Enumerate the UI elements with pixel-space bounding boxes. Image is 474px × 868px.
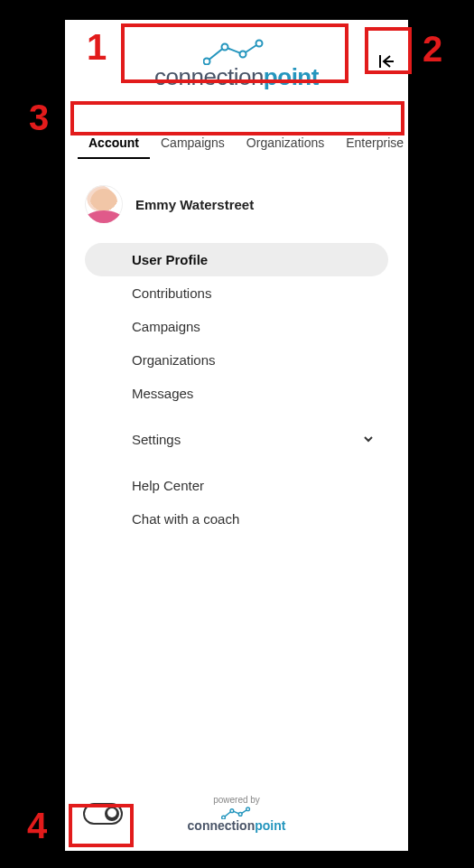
- logo-graph-icon: [203, 38, 266, 65]
- tab-account[interactable]: Account: [78, 128, 150, 159]
- nav-label: Messages: [132, 386, 193, 401]
- svg-point-9: [246, 807, 250, 810]
- chevron-down-icon: [363, 432, 374, 447]
- svg-point-8: [238, 812, 242, 816]
- user-row[interactable]: Emmy Waterstreet: [85, 185, 388, 223]
- avatar: [85, 185, 123, 223]
- tab-enterprise[interactable]: Enterprise: [335, 128, 414, 159]
- annotation-number-4: 4: [27, 806, 47, 846]
- annotation-number-3: 3: [29, 98, 49, 138]
- collapse-left-icon: [377, 52, 395, 70]
- svg-point-1: [222, 44, 228, 51]
- nav-settings[interactable]: Settings: [85, 423, 388, 456]
- content-area: Emmy Waterstreet User Profile Contributi…: [65, 160, 408, 782]
- top-tabs: Account Campaigns Organizations Enterpri…: [65, 128, 408, 160]
- nav-messages[interactable]: Messages: [85, 377, 388, 410]
- sidebar-panel: connectionpoint Account Campaigns Organi…: [65, 20, 408, 851]
- nav-contributions[interactable]: Contributions: [85, 276, 388, 310]
- header: connectionpoint: [65, 20, 408, 94]
- brand-part1: connection: [154, 63, 264, 90]
- footer-brand-part2: point: [255, 818, 285, 833]
- nav-label: Contributions: [132, 285, 211, 301]
- svg-point-2: [240, 51, 246, 58]
- nav-chat-coach[interactable]: Chat with a coach: [85, 502, 388, 536]
- brand-part2: point: [264, 63, 319, 90]
- nav-label: Settings: [132, 432, 181, 447]
- footer: powered by connectionpoint: [65, 782, 408, 851]
- footer-brand-part1: connection: [188, 818, 256, 833]
- footer-brand[interactable]: connectionpoint: [188, 805, 286, 833]
- svg-point-7: [230, 808, 234, 812]
- nav-spacer: [85, 456, 388, 469]
- account-nav: User Profile Contributions Campaigns Org…: [85, 243, 388, 536]
- nav-campaigns[interactable]: Campaigns: [85, 310, 388, 343]
- brand-wordmark[interactable]: connectionpoint: [154, 63, 319, 91]
- nav-label: Chat with a coach: [132, 511, 239, 527]
- logo-graph-icon: [221, 807, 252, 819]
- annotation-number-2: 2: [423, 29, 442, 70]
- powered-by-label: powered by: [188, 795, 286, 805]
- nav-organizations[interactable]: Organizations: [85, 343, 388, 377]
- nav-label: User Profile: [132, 252, 208, 267]
- nav-help-center[interactable]: Help Center: [85, 469, 388, 502]
- collapse-sidebar-button[interactable]: [376, 51, 397, 72]
- theme-toggle[interactable]: [83, 803, 123, 825]
- user-name: Emmy Waterstreet: [135, 197, 254, 212]
- nav-label: Organizations: [132, 352, 216, 368]
- nav-user-profile[interactable]: User Profile: [85, 243, 388, 276]
- tab-organizations[interactable]: Organizations: [236, 128, 335, 159]
- nav-label: Campaigns: [132, 319, 200, 334]
- nav-label: Help Center: [132, 478, 204, 493]
- nav-spacer: [85, 410, 388, 423]
- powered-by: powered by connectionpoint: [188, 795, 286, 833]
- tab-campaigns[interactable]: Campaigns: [150, 128, 236, 159]
- svg-point-3: [256, 41, 263, 47]
